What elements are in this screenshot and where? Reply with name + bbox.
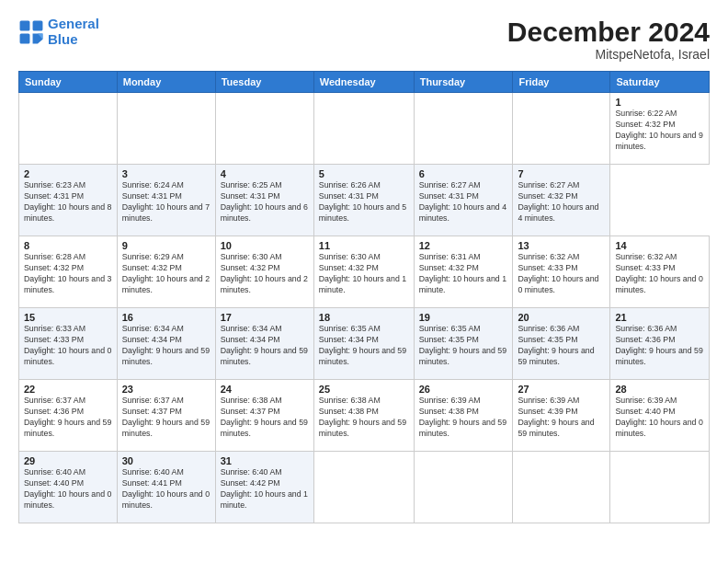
table-row: 2Sunrise: 6:23 AMSunset: 4:31 PMDaylight…	[19, 165, 118, 236]
empty-cell	[414, 452, 513, 523]
col-sunday: Sunday	[19, 72, 118, 93]
col-monday: Monday	[117, 72, 215, 93]
table-row: 17Sunrise: 6:34 AMSunset: 4:34 PMDayligh…	[215, 308, 313, 380]
calendar-week-6: 29Sunrise: 6:40 AMSunset: 4:40 PMDayligh…	[19, 452, 710, 523]
table-row: 11Sunrise: 6:30 AMSunset: 4:32 PMDayligh…	[313, 236, 414, 308]
table-row: 29Sunrise: 6:40 AMSunset: 4:40 PMDayligh…	[19, 452, 118, 523]
empty-cell	[313, 93, 414, 165]
table-row: 9Sunrise: 6:29 AMSunset: 4:32 PMDaylight…	[117, 236, 215, 308]
logo-line2: Blue	[48, 31, 78, 47]
table-row: 30Sunrise: 6:40 AMSunset: 4:41 PMDayligh…	[117, 452, 215, 523]
table-row: 7Sunrise: 6:27 AMSunset: 4:32 PMDaylight…	[513, 165, 610, 236]
table-row: 3Sunrise: 6:24 AMSunset: 4:31 PMDaylight…	[117, 165, 215, 236]
col-tuesday: Tuesday	[215, 72, 313, 93]
logo: General Blue	[18, 17, 99, 47]
col-thursday: Thursday	[414, 72, 513, 93]
table-row: 13Sunrise: 6:32 AMSunset: 4:33 PMDayligh…	[513, 236, 610, 308]
table-row: 22Sunrise: 6:37 AMSunset: 4:36 PMDayligh…	[19, 380, 118, 452]
table-row: 4Sunrise: 6:25 AMSunset: 4:31 PMDaylight…	[215, 165, 313, 236]
table-row: 8Sunrise: 6:28 AMSunset: 4:32 PMDaylight…	[19, 236, 118, 308]
table-row: 12Sunrise: 6:31 AMSunset: 4:32 PMDayligh…	[414, 236, 513, 308]
table-row: 5Sunrise: 6:26 AMSunset: 4:31 PMDaylight…	[313, 165, 414, 236]
empty-cell	[117, 93, 215, 165]
calendar-week-3: 8Sunrise: 6:28 AMSunset: 4:32 PMDaylight…	[19, 236, 710, 308]
empty-cell	[513, 452, 610, 523]
svg-rect-0	[20, 20, 30, 30]
table-row: 14Sunrise: 6:32 AMSunset: 4:33 PMDayligh…	[610, 236, 710, 308]
calendar-week-2: 2Sunrise: 6:23 AMSunset: 4:31 PMDaylight…	[19, 165, 710, 236]
empty-cell	[414, 93, 513, 165]
table-row: 27Sunrise: 6:39 AMSunset: 4:39 PMDayligh…	[513, 380, 610, 452]
table-row: 15Sunrise: 6:33 AMSunset: 4:33 PMDayligh…	[19, 308, 118, 380]
table-row: 24Sunrise: 6:38 AMSunset: 4:37 PMDayligh…	[215, 380, 313, 452]
table-row: 28Sunrise: 6:39 AMSunset: 4:40 PMDayligh…	[610, 380, 710, 452]
calendar-table: Sunday Monday Tuesday Wednesday Thursday…	[18, 71, 710, 523]
calendar-week-4: 15Sunrise: 6:33 AMSunset: 4:33 PMDayligh…	[19, 308, 710, 380]
logo-icon	[18, 19, 44, 45]
table-row: 23Sunrise: 6:37 AMSunset: 4:37 PMDayligh…	[117, 380, 215, 452]
title-area: December 2024 MitspeNetofa, Israel	[507, 17, 710, 62]
empty-cell	[313, 452, 414, 523]
location: MitspeNetofa, Israel	[507, 47, 710, 62]
calendar-header-row: Sunday Monday Tuesday Wednesday Thursday…	[19, 72, 710, 93]
table-row: 31Sunrise: 6:40 AMSunset: 4:42 PMDayligh…	[215, 452, 313, 523]
svg-rect-1	[33, 20, 43, 30]
empty-cell	[215, 93, 313, 165]
empty-cell	[513, 93, 610, 165]
col-friday: Friday	[513, 72, 610, 93]
table-row: 25Sunrise: 6:38 AMSunset: 4:38 PMDayligh…	[313, 380, 414, 452]
table-row: 16Sunrise: 6:34 AMSunset: 4:34 PMDayligh…	[117, 308, 215, 380]
col-wednesday: Wednesday	[313, 72, 414, 93]
logo-line1: General	[48, 16, 99, 31]
table-row: 10Sunrise: 6:30 AMSunset: 4:32 PMDayligh…	[215, 236, 313, 308]
calendar-week-5: 22Sunrise: 6:37 AMSunset: 4:36 PMDayligh…	[19, 380, 710, 452]
table-row: 26Sunrise: 6:39 AMSunset: 4:38 PMDayligh…	[414, 380, 513, 452]
calendar-week-1: 1Sunrise: 6:22 AMSunset: 4:32 PMDaylight…	[19, 93, 710, 165]
table-row: 18Sunrise: 6:35 AMSunset: 4:34 PMDayligh…	[313, 308, 414, 380]
table-row: 20Sunrise: 6:36 AMSunset: 4:35 PMDayligh…	[513, 308, 610, 380]
col-saturday: Saturday	[610, 72, 710, 93]
table-row: 6Sunrise: 6:27 AMSunset: 4:31 PMDaylight…	[414, 165, 513, 236]
empty-cell	[610, 452, 710, 523]
table-row: 19Sunrise: 6:35 AMSunset: 4:35 PMDayligh…	[414, 308, 513, 380]
month-title: December 2024	[507, 17, 710, 47]
svg-rect-2	[20, 33, 30, 43]
table-row: 21Sunrise: 6:36 AMSunset: 4:36 PMDayligh…	[610, 308, 710, 380]
empty-cell	[19, 93, 118, 165]
page-header: General Blue December 2024 MitspeNetofa,…	[18, 17, 710, 62]
table-row: 1Sunrise: 6:22 AMSunset: 4:32 PMDaylight…	[610, 93, 710, 165]
